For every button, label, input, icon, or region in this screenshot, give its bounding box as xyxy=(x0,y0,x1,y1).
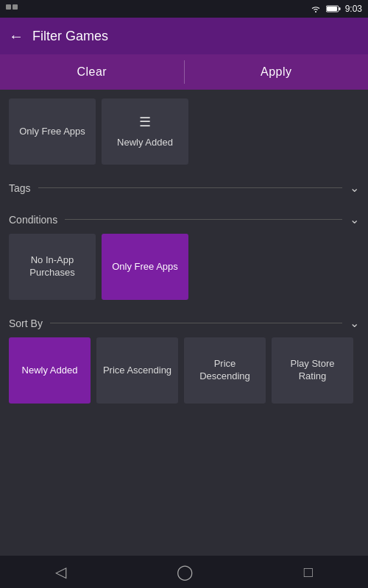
sortby-divider xyxy=(50,323,342,323)
wifi-icon xyxy=(310,4,322,13)
top-filter-cards: Only Free Apps ☰ Newly Added xyxy=(6,90,362,171)
conditions-chevron-icon[interactable]: ⌄ xyxy=(350,212,359,226)
back-nav-icon[interactable]: ◁ xyxy=(55,563,66,581)
sortby-cards: Newly Added Price Ascending Price Descen… xyxy=(6,337,362,412)
tags-divider xyxy=(38,187,342,188)
status-time: 9:03 xyxy=(345,4,362,14)
conditions-cards: No In-App Purchases Only Free Apps xyxy=(6,234,362,306)
sort-card-label: Price Ascending xyxy=(103,365,171,377)
conditions-divider xyxy=(65,219,342,220)
back-button[interactable]: ← xyxy=(9,28,24,45)
sort-card-price-ascending[interactable]: Price Ascending xyxy=(96,337,178,404)
sort-card-label: Newly Added xyxy=(22,365,78,377)
sortby-label: Sort By xyxy=(9,318,43,329)
battery-icon xyxy=(326,4,341,13)
filter-card-label: Only Free Apps xyxy=(19,126,85,138)
sort-card-play-store-rating[interactable]: Play Store Rating xyxy=(272,337,353,404)
filter-card-newly-added[interactable]: ☰ Newly Added xyxy=(102,98,188,165)
filter-card-label: Newly Added xyxy=(117,137,173,149)
svg-rect-1 xyxy=(13,4,18,10)
filter-card-no-in-app[interactable]: No In-App Purchases xyxy=(9,234,96,300)
status-bar: 9:03 xyxy=(0,0,368,18)
clear-button[interactable]: Clear xyxy=(0,54,184,90)
filter-card-only-free-apps-cond[interactable]: Only Free Apps xyxy=(102,234,188,300)
newly-added-icon: ☰ xyxy=(139,114,151,131)
sortby-section-header: Sort By ⌄ xyxy=(6,306,362,337)
recent-nav-icon[interactable]: □ xyxy=(304,564,313,581)
nav-bar: ← Filter Games xyxy=(0,18,368,54)
tags-chevron-icon[interactable]: ⌄ xyxy=(350,181,359,195)
main-content: Only Free Apps ☰ Newly Added Tags ⌄ Cond… xyxy=(0,90,368,556)
conditions-label: Conditions xyxy=(9,214,57,226)
filter-card-only-free-apps[interactable]: Only Free Apps xyxy=(9,98,96,165)
sort-card-price-descending[interactable]: Price Descending xyxy=(184,337,266,404)
status-icons-left xyxy=(6,4,18,13)
tags-section-header: Tags ⌄ xyxy=(6,171,362,202)
sortby-chevron-icon[interactable]: ⌄ xyxy=(350,316,359,330)
tags-label: Tags xyxy=(9,182,31,194)
sort-card-newly-added[interactable]: Newly Added xyxy=(9,337,91,404)
action-bar: Clear Apply xyxy=(0,54,368,90)
apply-button[interactable]: Apply xyxy=(185,54,369,90)
filter-card-label: Only Free Apps xyxy=(112,261,178,273)
bottom-nav: ◁ ◯ □ xyxy=(0,556,368,588)
svg-rect-4 xyxy=(327,7,337,11)
svg-rect-0 xyxy=(6,4,11,10)
screenshot-icon xyxy=(6,4,18,13)
conditions-section-header: Conditions ⌄ xyxy=(6,202,362,234)
sort-card-label: Play Store Rating xyxy=(277,358,347,383)
home-nav-icon[interactable]: ◯ xyxy=(177,563,193,581)
sort-card-label: Price Descending xyxy=(190,358,260,383)
page-title: Filter Games xyxy=(32,29,108,44)
filter-card-label: No In-App Purchases xyxy=(15,254,90,279)
svg-rect-3 xyxy=(339,7,340,10)
status-icons-right: 9:03 xyxy=(310,4,362,14)
